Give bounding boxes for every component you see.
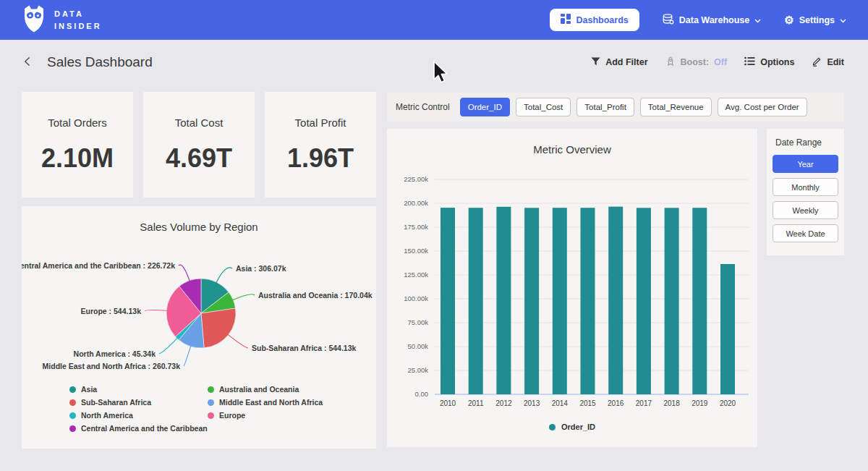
- boost-toggle[interactable]: Boost: Off: [665, 56, 728, 69]
- pie-legend-item[interactable]: Central America and the Caribbean: [69, 424, 208, 433]
- pie-legend: AsiaSub-Saharan AfricaNorth AmericaCentr…: [69, 385, 323, 433]
- metric-chip-total-revenue[interactable]: Total_Revenue: [640, 98, 712, 116]
- svg-text:2017: 2017: [636, 399, 652, 407]
- svg-text:200.00k: 200.00k: [404, 199, 428, 207]
- date-range-card: Date Range Year Monthly Weekly Week Date: [767, 129, 844, 255]
- date-range-weekly-button[interactable]: Weekly: [773, 201, 838, 219]
- svg-text:25.00k: 25.00k: [407, 366, 428, 374]
- metric-chip-total-profit[interactable]: Total_Profit: [576, 98, 634, 116]
- svg-text:2012: 2012: [495, 399, 512, 407]
- svg-text:0.00: 0.00: [415, 390, 429, 398]
- svg-text:2014: 2014: [552, 399, 569, 407]
- add-filter-button[interactable]: Add Filter: [591, 57, 647, 68]
- brand: DATA INSIDER: [22, 5, 102, 35]
- stat-label: Total Profit: [295, 116, 346, 129]
- pie-legend-item[interactable]: North America: [69, 411, 208, 420]
- pie-chart-card: Sales Volume by Region Asia : 306.07kAus…: [22, 206, 376, 449]
- svg-text:2011: 2011: [468, 399, 484, 407]
- database-icon: [663, 14, 674, 27]
- stat-label: Total Orders: [48, 116, 107, 129]
- svg-text:2020: 2020: [720, 399, 736, 407]
- stat-value: 4.69T: [166, 143, 232, 174]
- date-range-monthly-button[interactable]: Monthly: [773, 178, 838, 196]
- stat-card-total-orders: Total Orders 2.10M: [22, 92, 133, 198]
- date-range-label: Date Range: [775, 137, 838, 148]
- svg-text:Sub-Saharan Africa : 544.13k: Sub-Saharan Africa : 544.13k: [252, 344, 356, 352]
- options-button[interactable]: Options: [744, 56, 794, 68]
- svg-text:North America : 45.34k: North America : 45.34k: [74, 349, 156, 358]
- svg-text:Australia and Oceania : 170.04: Australia and Oceania : 170.04k: [258, 291, 373, 300]
- date-range-week-date-button[interactable]: Week Date: [773, 224, 838, 242]
- svg-text:2013: 2013: [524, 399, 540, 407]
- chevron-down-icon: [840, 15, 846, 25]
- stat-card-total-profit: Total Profit 1.96T: [265, 92, 376, 198]
- pie-legend-item[interactable]: Middle East and North Africa: [208, 398, 323, 407]
- brand-name: DATA INSIDER: [54, 8, 102, 32]
- svg-text:2018: 2018: [663, 399, 680, 407]
- stat-cards-row: Total Orders 2.10M Total Cost 4.69T Tota…: [22, 92, 376, 198]
- nav-data-warehouse-label: Data Warehouse: [679, 15, 749, 25]
- edit-button[interactable]: Edit: [812, 56, 844, 69]
- svg-text:Central America and the Caribb: Central America and the Caribbean : 226.…: [22, 261, 175, 270]
- metric-control-label: Metric Control: [396, 102, 450, 112]
- pie-legend-item[interactable]: Sub-Saharan Africa: [69, 398, 208, 407]
- svg-text:2010: 2010: [440, 399, 456, 407]
- legend-label: Order_ID: [561, 423, 595, 431]
- back-button[interactable]: [24, 56, 30, 69]
- bar-chart-legend[interactable]: Order_ID: [387, 423, 757, 431]
- owl-logo-icon: [22, 5, 46, 35]
- svg-text:Europe : 544.13k: Europe : 544.13k: [81, 307, 142, 315]
- svg-text:125.00k: 125.00k: [404, 271, 428, 279]
- app-header: DATA INSIDER Dashboards: [0, 0, 868, 40]
- legend-dot: [208, 412, 214, 419]
- legend-dot: [549, 424, 556, 430]
- gear-icon: ⚙: [784, 14, 793, 25]
- nav-settings-label: Settings: [799, 15, 835, 25]
- dashboard-grid-icon: [561, 14, 571, 26]
- legend-dot: [69, 386, 76, 393]
- stat-label: Total Cost: [175, 116, 224, 129]
- svg-text:Asia : 306.07k: Asia : 306.07k: [236, 264, 286, 273]
- header-nav: Dashboards Data Warehouse: [550, 9, 847, 31]
- nav-settings-button[interactable]: ⚙ Settings: [784, 14, 846, 25]
- sales-dashboard-app: DATA INSIDER Dashboards: [0, 0, 868, 471]
- svg-text:50.00k: 50.00k: [407, 342, 428, 350]
- metric-chip-total-cost[interactable]: Total_Cost: [516, 98, 571, 116]
- page-title: Sales Dashboard: [47, 54, 153, 70]
- svg-text:100.00k: 100.00k: [404, 294, 428, 302]
- rocket-icon: [665, 56, 676, 69]
- svg-text:225.00k: 225.00k: [404, 175, 428, 183]
- boost-state: Off: [714, 57, 727, 67]
- pie-legend-item[interactable]: Asia: [69, 385, 208, 394]
- metric-chip-avg-cost-per-order[interactable]: Avg. Cost per Order: [718, 98, 807, 116]
- bar-chart-card: Metric Overview 0.0025.00k50.00k75.00k10…: [387, 129, 757, 447]
- date-range-year-button[interactable]: Year: [773, 155, 838, 173]
- dashboard-toolbar: Sales Dashboard Add Filter Boost: Off: [0, 40, 868, 85]
- legend-dot: [69, 425, 76, 432]
- svg-text:2015: 2015: [579, 399, 596, 407]
- pie-legend-item[interactable]: Australia and Oceania: [208, 385, 323, 394]
- stat-value: 2.10M: [41, 143, 114, 174]
- legend-dot: [208, 399, 214, 406]
- stat-value: 1.96T: [287, 143, 354, 174]
- legend-dot: [69, 399, 76, 406]
- legend-dot: [69, 412, 76, 419]
- svg-text:2019: 2019: [692, 399, 708, 407]
- svg-text:2016: 2016: [608, 399, 624, 407]
- stat-card-total-cost: Total Cost 4.69T: [143, 92, 255, 198]
- filter-funnel-icon: [591, 57, 600, 68]
- nav-dashboards-button[interactable]: Dashboards: [550, 9, 639, 31]
- pencil-icon: [812, 56, 822, 69]
- nav-data-warehouse-button[interactable]: Data Warehouse: [663, 14, 761, 27]
- svg-text:75.00k: 75.00k: [407, 318, 428, 326]
- svg-text:150.00k: 150.00k: [404, 247, 428, 255]
- bar-chart: 0.0025.00k50.00k75.00k100.00k125.00k150.…: [387, 129, 757, 447]
- svg-text:175.00k: 175.00k: [404, 223, 428, 231]
- svg-text:Middle East and North Africa :: Middle East and North Africa : 260.73k: [43, 362, 181, 370]
- metric-chip-order-id[interactable]: Order_ID: [460, 98, 510, 116]
- chevron-left-icon: [24, 56, 30, 69]
- nav-dashboards-label: Dashboards: [576, 15, 629, 25]
- pie-legend-item[interactable]: Europe: [208, 411, 323, 420]
- legend-dot: [208, 386, 214, 393]
- metric-control-bar: Metric Control Order_ID Total_Cost Total…: [387, 93, 844, 122]
